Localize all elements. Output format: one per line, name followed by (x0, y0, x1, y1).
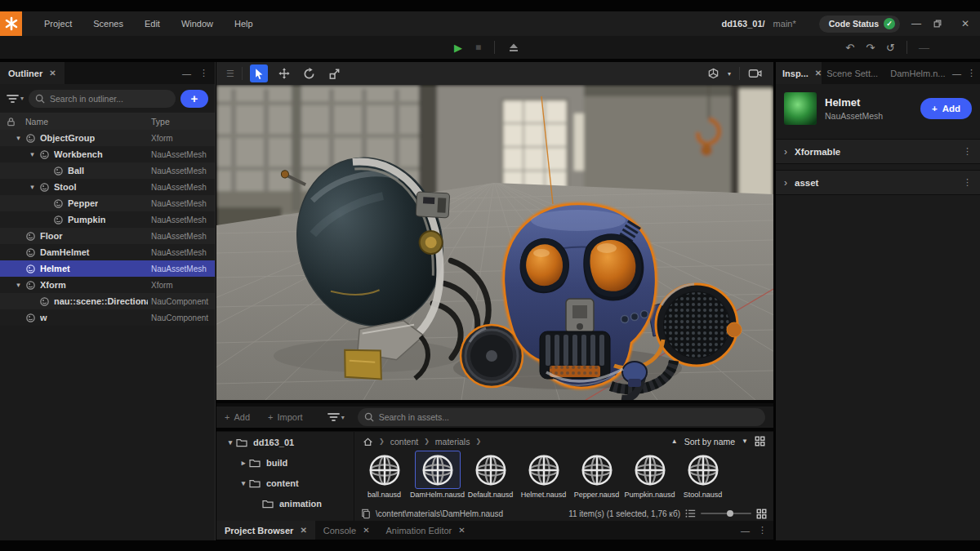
window-close-button[interactable]: ✕ (957, 18, 973, 29)
panel-menu-button[interactable]: ⋮ (199, 68, 208, 78)
close-icon[interactable]: ✕ (300, 526, 306, 535)
column-type[interactable]: Type (151, 117, 170, 127)
window-restore-button[interactable] (933, 19, 949, 29)
chevron-down-icon[interactable]: ▾ (25, 183, 39, 191)
tab-console[interactable]: Console✕ (315, 521, 378, 540)
chevron-right-icon[interactable]: ▸ (238, 459, 249, 467)
close-icon[interactable]: ✕ (458, 526, 465, 535)
tab-scene-settings[interactable]: Scene Sett...✕ (822, 62, 885, 84)
camera-button[interactable] (748, 68, 762, 79)
breadcrumb-content[interactable]: content (390, 437, 418, 447)
viewport-canvas[interactable] (216, 85, 773, 400)
gizmo-settings-button[interactable] (707, 68, 719, 80)
folder-row[interactable]: ▾content (216, 473, 354, 493)
panel-minimize-button[interactable]: — (741, 526, 750, 535)
table-row[interactable]: ▾StoolNauAssetMesh (0, 179, 215, 195)
asset-filter-button[interactable]: ▾ (327, 411, 345, 423)
asset-tile[interactable]: Default.nausd (464, 451, 517, 499)
grid-view-icon[interactable] (756, 509, 767, 519)
table-row[interactable]: ▾ObjectGroupXform (0, 130, 215, 146)
close-icon[interactable]: ✕ (815, 69, 822, 78)
table-row[interactable]: DamHelmetNauAssetMesh (0, 244, 215, 260)
filter-button[interactable]: ▾ (7, 93, 24, 104)
asset-tile-selected[interactable]: DamHelm.nausd (411, 451, 464, 499)
asset-tile[interactable]: ball.nausd (358, 451, 411, 499)
sort-direction-button[interactable]: ▲ (671, 438, 678, 445)
history-button[interactable]: ↺ (886, 42, 895, 54)
section-xformable[interactable]: › Xformable ⋮ (776, 139, 980, 164)
panel-minimize-button[interactable]: — (182, 69, 191, 78)
chevron-right-icon[interactable]: › (784, 177, 787, 189)
tab-inspector[interactable]: Insp...✕ (776, 62, 822, 84)
menu-window[interactable]: Window (181, 19, 213, 29)
table-row[interactable]: wNauComponent (0, 309, 215, 326)
thumbnail-size-slider[interactable] (701, 513, 751, 514)
table-row[interactable]: PumpkinNauAssetMesh (0, 211, 215, 228)
table-row[interactable]: BallNauAssetMesh (0, 162, 215, 179)
stop-button[interactable]: ■ (475, 42, 481, 53)
app-logo-icon[interactable] (0, 11, 22, 36)
asset-add-button[interactable]: +Add (225, 412, 250, 422)
table-row[interactable]: PepperNauAssetMesh (0, 195, 215, 211)
chevron-down-icon[interactable]: ▾ (225, 438, 236, 447)
folder-row[interactable]: ▸build (216, 452, 354, 473)
chevron-down-icon[interactable]: ▾ (238, 479, 249, 487)
play-button[interactable]: ▶ (454, 42, 462, 54)
scale-tool-button[interactable] (326, 64, 344, 82)
assets-search-input[interactable] (358, 408, 765, 426)
undo-button[interactable]: ↶ (845, 42, 854, 54)
chevron-right-icon[interactable]: › (784, 146, 787, 158)
code-status-badge[interactable]: Code Status ✓ (819, 16, 900, 33)
asset-tile[interactable]: Pepper.nausd (570, 451, 623, 499)
rotate-tool-button[interactable] (301, 64, 318, 82)
redo-button[interactable]: ↷ (866, 42, 875, 54)
chevron-down-icon[interactable]: ▾ (25, 150, 39, 158)
tab-outliner[interactable]: Outliner ✕ (0, 62, 65, 84)
close-icon[interactable]: ✕ (363, 526, 369, 535)
section-menu-button[interactable]: ⋮ (963, 177, 972, 188)
folder-row[interactable]: ▾dd163_01 (216, 432, 354, 452)
move-tool-button[interactable] (275, 64, 293, 82)
tab-project-browser[interactable]: Project Browser✕ (216, 521, 315, 540)
list-view-icon[interactable] (685, 509, 696, 518)
chevron-down-icon[interactable]: ▾ (728, 70, 731, 78)
table-row[interactable]: ▾WorkbenchNauAssetMesh (0, 146, 215, 162)
close-icon[interactable]: ✕ (49, 69, 56, 78)
home-icon[interactable] (363, 437, 373, 447)
column-name[interactable]: Name (25, 117, 48, 127)
table-row[interactable]: nau::scene::DirectionalL...NauComponent (0, 293, 215, 309)
panel-menu-button[interactable]: ⋮ (758, 525, 767, 535)
tab-animation-editor[interactable]: Animation Editor✕ (378, 521, 474, 540)
select-tool-button[interactable] (250, 64, 268, 82)
slider-knob[interactable] (727, 510, 733, 517)
copy-path-icon[interactable] (361, 509, 371, 519)
menu-scenes[interactable]: Scenes (93, 19, 123, 29)
menu-edit[interactable]: Edit (145, 19, 160, 29)
grid-view-icon[interactable] (755, 436, 765, 447)
menu-project[interactable]: Project (44, 19, 72, 29)
viewport-menu-button[interactable]: ☰ (226, 69, 234, 79)
chevron-down-icon[interactable]: ▾ (11, 281, 25, 289)
panel-minimize-button[interactable]: — (952, 69, 961, 78)
folder-row[interactable]: animation (216, 493, 354, 513)
breadcrumb-materials[interactable]: materials (435, 437, 470, 447)
asset-tile[interactable]: Helmet.nausd (517, 451, 570, 499)
table-row-selected[interactable]: HelmetNauAssetMesh (0, 260, 215, 277)
asset-tile[interactable]: Pumpkin.nausd (623, 451, 676, 499)
asset-tile[interactable]: Stool.nausd (676, 451, 729, 499)
add-object-button[interactable]: + (180, 90, 208, 108)
build-eject-button[interactable] (508, 42, 519, 53)
table-row[interactable]: FloorNauAssetMesh (0, 228, 215, 244)
window-minimize-button[interactable]: — (908, 18, 924, 29)
section-menu-button[interactable]: ⋮ (963, 146, 972, 157)
panel-menu-button[interactable]: ⋮ (967, 68, 976, 78)
table-row[interactable]: ▾XformXform (0, 277, 215, 293)
tab-damhelm[interactable]: DamHelm.n...✕ (885, 62, 952, 84)
chevron-down-icon[interactable]: ▾ (11, 134, 25, 142)
outliner-search-input[interactable] (29, 90, 176, 108)
menu-help[interactable]: Help (234, 19, 253, 29)
asset-import-button[interactable]: +Import (268, 412, 303, 422)
sort-by-dropdown[interactable]: Sort by name (684, 437, 735, 447)
settings-button[interactable]: — (919, 42, 929, 54)
section-asset[interactable]: › asset ⋮ (776, 170, 980, 195)
